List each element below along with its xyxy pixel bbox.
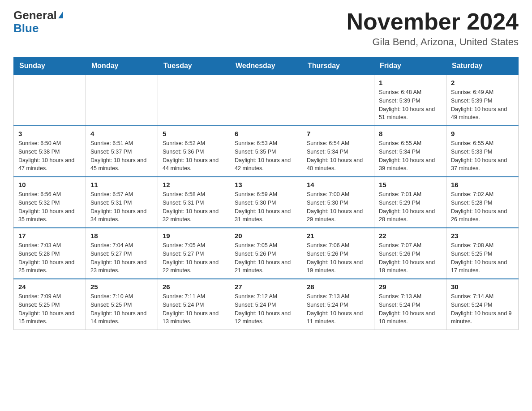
day-info: Sunrise: 6:58 AM Sunset: 5:31 PM Dayligh… <box>163 190 225 224</box>
weekday-header-friday: Friday <box>374 57 446 75</box>
day-number: 19 <box>163 232 225 240</box>
day-number: 24 <box>18 283 81 291</box>
day-info: Sunrise: 7:06 AM Sunset: 5:26 PM Dayligh… <box>307 241 369 275</box>
day-info: Sunrise: 7:10 AM Sunset: 5:25 PM Dayligh… <box>90 292 153 326</box>
week-row-3: 10Sunrise: 6:56 AM Sunset: 5:32 PM Dayli… <box>14 177 519 228</box>
calendar-cell: 12Sunrise: 6:58 AM Sunset: 5:31 PM Dayli… <box>158 177 230 228</box>
day-number: 2 <box>451 79 514 86</box>
day-info: Sunrise: 7:00 AM Sunset: 5:30 PM Dayligh… <box>307 190 369 224</box>
week-row-2: 3Sunrise: 6:50 AM Sunset: 5:38 PM Daylig… <box>14 126 519 177</box>
day-info: Sunrise: 7:02 AM Sunset: 5:28 PM Dayligh… <box>451 190 514 224</box>
calendar-cell: 10Sunrise: 6:56 AM Sunset: 5:32 PM Dayli… <box>14 177 86 228</box>
day-info: Sunrise: 6:55 AM Sunset: 5:33 PM Dayligh… <box>451 139 514 173</box>
day-number: 7 <box>307 130 369 137</box>
day-info: Sunrise: 6:52 AM Sunset: 5:36 PM Dayligh… <box>163 139 225 173</box>
day-number: 4 <box>90 130 153 137</box>
day-info: Sunrise: 6:56 AM Sunset: 5:32 PM Dayligh… <box>18 190 81 224</box>
day-number: 23 <box>451 232 514 240</box>
day-number: 5 <box>163 130 225 137</box>
day-number: 21 <box>307 232 369 240</box>
calendar-cell: 27Sunrise: 7:12 AM Sunset: 5:24 PM Dayli… <box>230 279 302 330</box>
day-info: Sunrise: 7:09 AM Sunset: 5:25 PM Dayligh… <box>18 292 81 326</box>
calendar-cell: 13Sunrise: 6:59 AM Sunset: 5:30 PM Dayli… <box>230 177 302 228</box>
day-number: 1 <box>379 79 442 86</box>
weekday-header-tuesday: Tuesday <box>158 57 230 75</box>
day-info: Sunrise: 6:49 AM Sunset: 5:39 PM Dayligh… <box>451 88 514 122</box>
day-number: 3 <box>18 130 81 137</box>
calendar-cell: 1Sunrise: 6:48 AM Sunset: 5:39 PM Daylig… <box>374 75 446 126</box>
day-info: Sunrise: 6:50 AM Sunset: 5:38 PM Dayligh… <box>18 139 81 173</box>
calendar-cell: 17Sunrise: 7:03 AM Sunset: 5:28 PM Dayli… <box>14 228 86 279</box>
calendar-cell: 7Sunrise: 6:54 AM Sunset: 5:34 PM Daylig… <box>302 126 374 177</box>
day-number: 9 <box>451 130 514 137</box>
day-info: Sunrise: 7:13 AM Sunset: 5:24 PM Dayligh… <box>379 292 442 326</box>
day-info: Sunrise: 7:07 AM Sunset: 5:26 PM Dayligh… <box>379 241 442 275</box>
calendar-cell: 19Sunrise: 7:05 AM Sunset: 5:27 PM Dayli… <box>158 228 230 279</box>
calendar-cell: 20Sunrise: 7:05 AM Sunset: 5:26 PM Dayli… <box>230 228 302 279</box>
day-number: 28 <box>307 283 369 291</box>
calendar-cell <box>158 75 230 126</box>
day-info: Sunrise: 6:48 AM Sunset: 5:39 PM Dayligh… <box>379 88 442 122</box>
weekday-header-row: SundayMondayTuesdayWednesdayThursdayFrid… <box>14 57 519 75</box>
day-number: 13 <box>235 181 297 188</box>
calendar-cell: 22Sunrise: 7:07 AM Sunset: 5:26 PM Dayli… <box>374 228 446 279</box>
day-info: Sunrise: 6:55 AM Sunset: 5:34 PM Dayligh… <box>379 139 442 173</box>
calendar-cell <box>86 75 158 126</box>
day-info: Sunrise: 6:59 AM Sunset: 5:30 PM Dayligh… <box>235 190 297 224</box>
logo-blue: Blue <box>13 21 39 35</box>
header: General Blue November 2024 Gila Bend, Ar… <box>13 9 519 48</box>
calendar-cell: 4Sunrise: 6:51 AM Sunset: 5:37 PM Daylig… <box>86 126 158 177</box>
calendar-subtitle: Gila Bend, Arizona, United States <box>347 36 519 48</box>
day-number: 17 <box>18 232 81 240</box>
calendar-cell: 5Sunrise: 6:52 AM Sunset: 5:36 PM Daylig… <box>158 126 230 177</box>
logo: General Blue <box>13 9 63 34</box>
day-info: Sunrise: 7:13 AM Sunset: 5:24 PM Dayligh… <box>307 292 369 326</box>
calendar-cell: 3Sunrise: 6:50 AM Sunset: 5:38 PM Daylig… <box>14 126 86 177</box>
calendar-cell: 23Sunrise: 7:08 AM Sunset: 5:25 PM Dayli… <box>446 228 519 279</box>
day-number: 20 <box>235 232 297 240</box>
weekday-header-saturday: Saturday <box>446 57 519 75</box>
calendar-cell: 9Sunrise: 6:55 AM Sunset: 5:33 PM Daylig… <box>446 126 519 177</box>
calendar-cell: 21Sunrise: 7:06 AM Sunset: 5:26 PM Dayli… <box>302 228 374 279</box>
calendar-cell: 24Sunrise: 7:09 AM Sunset: 5:25 PM Dayli… <box>14 279 86 330</box>
day-number: 26 <box>163 283 225 291</box>
calendar-cell: 11Sunrise: 6:57 AM Sunset: 5:31 PM Dayli… <box>86 177 158 228</box>
day-number: 30 <box>451 283 514 291</box>
calendar-cell <box>302 75 374 126</box>
day-info: Sunrise: 6:57 AM Sunset: 5:31 PM Dayligh… <box>90 190 153 224</box>
day-info: Sunrise: 7:12 AM Sunset: 5:24 PM Dayligh… <box>235 292 297 326</box>
day-info: Sunrise: 6:53 AM Sunset: 5:35 PM Dayligh… <box>235 139 297 173</box>
calendar-cell: 16Sunrise: 7:02 AM Sunset: 5:28 PM Dayli… <box>446 177 519 228</box>
calendar-cell: 29Sunrise: 7:13 AM Sunset: 5:24 PM Dayli… <box>374 279 446 330</box>
day-number: 14 <box>307 181 369 188</box>
calendar-cell: 15Sunrise: 7:01 AM Sunset: 5:29 PM Dayli… <box>374 177 446 228</box>
day-number: 10 <box>18 181 81 188</box>
weekday-header-wednesday: Wednesday <box>230 57 302 75</box>
calendar-cell: 6Sunrise: 6:53 AM Sunset: 5:35 PM Daylig… <box>230 126 302 177</box>
day-info: Sunrise: 7:03 AM Sunset: 5:28 PM Dayligh… <box>18 241 81 275</box>
day-info: Sunrise: 7:05 AM Sunset: 5:27 PM Dayligh… <box>163 241 225 275</box>
weekday-header-thursday: Thursday <box>302 57 374 75</box>
day-number: 8 <box>379 130 442 137</box>
day-info: Sunrise: 7:05 AM Sunset: 5:26 PM Dayligh… <box>235 241 297 275</box>
weekday-header-sunday: Sunday <box>14 57 86 75</box>
calendar-cell: 18Sunrise: 7:04 AM Sunset: 5:27 PM Dayli… <box>86 228 158 279</box>
calendar-cell: 14Sunrise: 7:00 AM Sunset: 5:30 PM Dayli… <box>302 177 374 228</box>
day-number: 25 <box>90 283 153 291</box>
week-row-1: 1Sunrise: 6:48 AM Sunset: 5:39 PM Daylig… <box>14 75 519 126</box>
week-row-5: 24Sunrise: 7:09 AM Sunset: 5:25 PM Dayli… <box>14 279 519 330</box>
calendar-cell: 8Sunrise: 6:55 AM Sunset: 5:34 PM Daylig… <box>374 126 446 177</box>
calendar-cell: 28Sunrise: 7:13 AM Sunset: 5:24 PM Dayli… <box>302 279 374 330</box>
day-number: 29 <box>379 283 442 291</box>
logo-general: General <box>13 9 57 22</box>
calendar-title: November 2024 <box>347 9 519 34</box>
calendar-cell: 30Sunrise: 7:14 AM Sunset: 5:24 PM Dayli… <box>446 279 519 330</box>
day-number: 15 <box>379 181 442 188</box>
day-info: Sunrise: 7:01 AM Sunset: 5:29 PM Dayligh… <box>379 190 442 224</box>
week-row-4: 17Sunrise: 7:03 AM Sunset: 5:28 PM Dayli… <box>14 228 519 279</box>
day-number: 6 <box>235 130 297 137</box>
weekday-header-monday: Monday <box>86 57 158 75</box>
day-info: Sunrise: 6:54 AM Sunset: 5:34 PM Dayligh… <box>307 139 369 173</box>
day-number: 11 <box>90 181 153 188</box>
title-area: November 2024 Gila Bend, Arizona, United… <box>347 9 519 48</box>
